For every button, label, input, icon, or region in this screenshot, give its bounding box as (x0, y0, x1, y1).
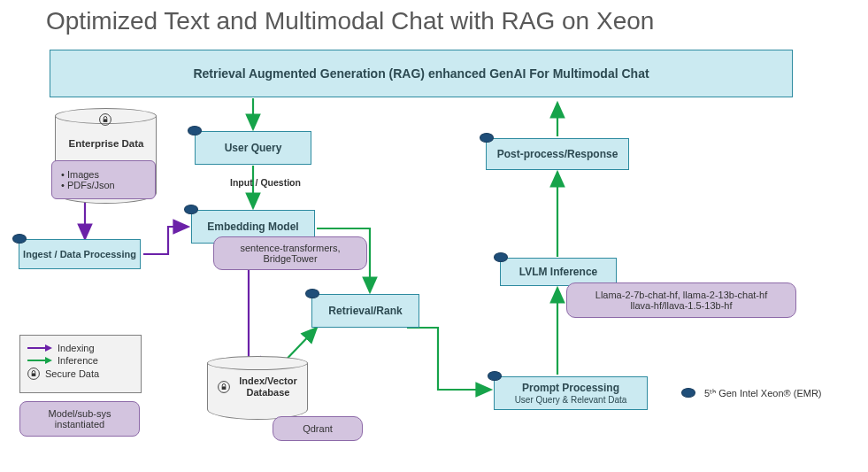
legend-secure: Secure Data (27, 368, 134, 380)
llm-pill-line2: llava-hf/llava-1.5-13b-hf (631, 300, 733, 311)
lock-icon (218, 381, 230, 393)
qdrant-pill: Qdrant (273, 416, 363, 441)
enterprise-list-line1: • Images (61, 169, 99, 180)
top-rag-box: Retrieval Augmented Generation (RAG) enh… (50, 50, 793, 97)
embed-pill-line1: sentence-transformers, (240, 243, 340, 253)
diagram-title: Optimized Text and Multimodal Chat with … (46, 7, 654, 35)
lock-icon (27, 368, 40, 380)
enterprise-list-line2: • PDFs/Json (61, 180, 115, 190)
legend-inference-label: Inference (58, 355, 98, 366)
ingest-box: Ingest / Data Processing (19, 239, 141, 269)
postprocess-box: Post-process/Response (486, 138, 629, 170)
footnote-xeon: 5ᵗʰ Gen Intel Xeon® (EMR) (704, 388, 822, 399)
index-db-line1: Index/Vector (232, 375, 304, 387)
embedding-model-pill: sentence-transformers, BridgeTower (213, 236, 367, 270)
xeon-dot-icon (184, 205, 198, 214)
model-inst-line2: instantiated (55, 419, 104, 429)
enterprise-data-label: Enterprise Data (62, 138, 150, 149)
xeon-dot-icon (480, 133, 494, 143)
legend-indexing: Indexing (27, 343, 134, 353)
legend-inference: Inference (27, 355, 134, 366)
model-instantiated-pill: Model/sub-sys instantiated (19, 401, 140, 437)
svg-rect-8 (222, 386, 227, 390)
enterprise-data-list: • Images • PDFs/Json (51, 160, 156, 199)
llm-pill-line1: Llama-2-7b-chat-hf, llama-2-13b-chat-hf (595, 290, 767, 300)
index-db-label: Index/Vector Database (232, 375, 304, 398)
llm-models-pill: Llama-2-7b-chat-hf, llama-2-13b-chat-hf … (566, 282, 796, 318)
model-inst-line1: Model/sub-sys (49, 408, 111, 419)
index-db-line2: Database (232, 387, 304, 398)
xeon-dot-icon (488, 371, 502, 381)
user-query-box: User Query (195, 131, 311, 165)
legend-indexing-label: Indexing (58, 343, 95, 353)
legend-secure-label: Secure Data (45, 368, 99, 379)
prompt-main: Prompt Processing (522, 382, 619, 394)
embed-pill-line2: BridgeTower (263, 253, 317, 264)
xeon-dot-icon (681, 388, 695, 398)
prompt-sub: User Query & Relevant Data (515, 395, 627, 405)
svg-rect-12 (32, 373, 36, 376)
xeon-dot-icon (188, 126, 202, 135)
retrieval-rank-box: Retrieval/Rank (311, 294, 419, 328)
legend-box: Indexing Inference Secure Data (19, 335, 142, 393)
xeon-dot-icon (494, 252, 508, 262)
prompt-processing-box: Prompt Processing User Query & Relevant … (494, 376, 648, 410)
input-question-label: Input / Question (230, 177, 301, 188)
svg-rect-6 (104, 119, 108, 122)
xeon-dot-icon (305, 289, 319, 298)
xeon-dot-icon (12, 234, 27, 244)
lock-icon (99, 113, 111, 126)
